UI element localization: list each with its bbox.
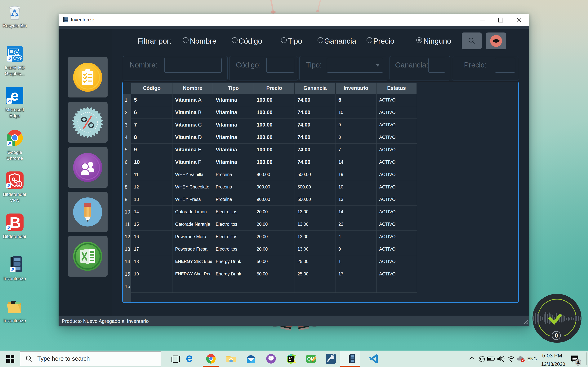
- svg-text:PC: PC: [289, 357, 293, 360]
- svg-text:0: 0: [554, 332, 558, 339]
- svg-text:intel: intel: [15, 56, 21, 60]
- svg-text:4: 4: [577, 359, 580, 366]
- svg-text:B: B: [17, 182, 20, 187]
